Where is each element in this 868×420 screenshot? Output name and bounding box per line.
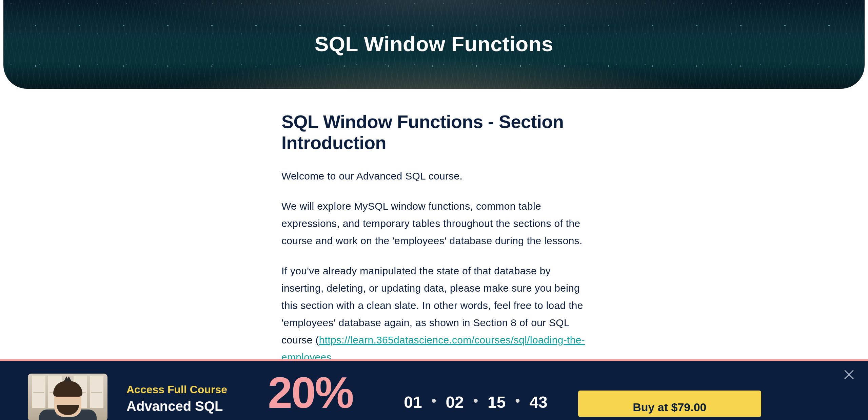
p3-text-a: If you've already manipulated the state … xyxy=(281,265,583,345)
course-link[interactable]: https://learn.365datascience.com/courses… xyxy=(281,334,585,363)
countdown-separator: • xyxy=(515,393,520,408)
intro-paragraph-3: If you've already manipulated the state … xyxy=(281,262,587,366)
countdown-separator: • xyxy=(432,393,436,408)
countdown-days: 01 xyxy=(404,393,422,412)
buy-button[interactable]: Buy at $79.00 xyxy=(578,391,761,417)
intro-paragraph-2: We will explore MySQL window functions, … xyxy=(281,197,587,249)
access-full-course-label: Access Full Course xyxy=(126,383,227,396)
countdown-separator: • xyxy=(473,393,478,408)
close-icon[interactable] xyxy=(843,369,855,381)
intro-paragraph-1: Welcome to our Advanced SQL course. xyxy=(281,167,587,185)
discount-percent: 20% xyxy=(268,371,353,415)
countdown-hours: 02 xyxy=(446,393,464,412)
article-body: SQL Window Functions - Section Introduct… xyxy=(281,111,587,366)
course-thumbnail[interactable] xyxy=(28,374,107,420)
countdown-secs: 43 xyxy=(529,393,547,412)
countdown-mins: 15 xyxy=(488,393,506,412)
hero-title: SQL Window Functions xyxy=(3,32,865,56)
promo-text-block: Access Full Course Advanced SQL xyxy=(126,383,227,414)
promo-course-name: Advanced SQL xyxy=(126,399,227,414)
section-heading: SQL Window Functions - Section Introduct… xyxy=(281,111,587,153)
promo-bar: Access Full Course Advanced SQL 20% 01 •… xyxy=(0,359,868,420)
hero-banner: SQL Window Functions xyxy=(3,0,865,89)
countdown-timer: 01 • 02 • 15 • 43 xyxy=(404,393,548,412)
